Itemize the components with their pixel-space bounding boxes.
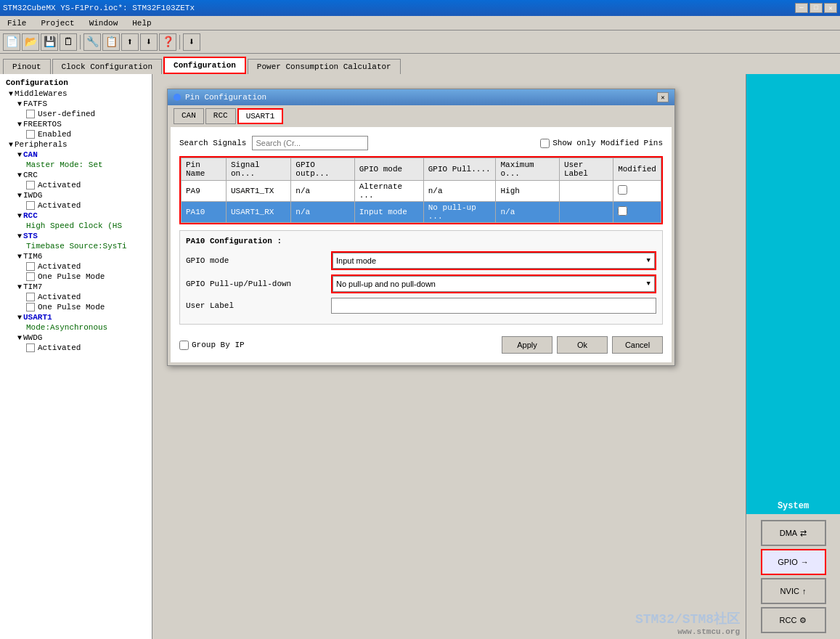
show-modified-checkbox[interactable]	[540, 139, 550, 148]
wwdg-activated-checkbox[interactable]	[26, 343, 35, 352]
gpio-pull-select[interactable]: No pull-up and no pull-down Pull-up Pull…	[333, 276, 655, 292]
tim7-opm-checkbox[interactable]	[26, 303, 35, 312]
fatfs-checkbox[interactable]	[26, 110, 35, 118]
rcc-sys-label: RCC	[780, 616, 797, 624]
close-button[interactable]: ✕	[824, 3, 837, 13]
can-mode-label: Master Mode: Set	[26, 160, 103, 169]
tab-clock-configuration[interactable]: Clock Configuration	[52, 59, 162, 74]
gpio-mode-select-wrapper: Input mode Output mode Alternate functio…	[331, 251, 656, 270]
gpio-pull-row: GPIO Pull-up/Pull-down No pull-up and no…	[186, 274, 656, 293]
sidebar: Configuration ▼ MiddleWares ▼ FATFS User…	[0, 74, 152, 639]
sidebar-item-tim6-opm[interactable]: One Pulse Mode	[0, 272, 152, 282]
search-input[interactable]	[252, 136, 368, 150]
sidebar-item-tim7[interactable]: ▼ TIM7	[0, 282, 152, 292]
iwdg-checkbox[interactable]	[26, 201, 35, 210]
menu-project[interactable]: Project	[36, 17, 78, 29]
toolbar-btn6[interactable]: 📋	[102, 33, 120, 51]
gpio-mode-label: GPIO mode	[186, 256, 331, 265]
toolbar-new[interactable]: 📄	[3, 33, 20, 51]
dma-label: DMA	[780, 529, 797, 537]
crc-checkbox[interactable]	[26, 181, 35, 190]
tab-pinout[interactable]: Pinout	[3, 59, 51, 74]
sidebar-item-wwdg-activated[interactable]: Activated	[0, 343, 152, 353]
cell-mod-pa10	[613, 202, 661, 223]
sidebar-item-sts[interactable]: ▼ STS	[0, 231, 152, 241]
minimize-button[interactable]: ─	[795, 3, 808, 13]
sidebar-item-freertos[interactable]: ▼ FREERTOS	[0, 119, 152, 129]
tab-configuration[interactable]: Configuration	[163, 57, 246, 74]
table-row[interactable]: PA10 USART1_RX n/a Input mode No pull-up…	[182, 202, 661, 223]
sidebar-item-iwdg-activated[interactable]: Activated	[0, 200, 152, 211]
table-header-row: Pin Name Signal on... GPIO outp... GPIO …	[182, 158, 661, 181]
gpio-mode-control: Input mode Output mode Alternate functio…	[331, 251, 656, 270]
sidebar-item-tim7-activated[interactable]: Activated	[0, 292, 152, 302]
dma-button[interactable]: DMA ⇄	[761, 520, 826, 546]
tab-power-consumption[interactable]: Power Consumption Calculator	[248, 59, 401, 74]
tim6-opm-checkbox[interactable]	[26, 272, 35, 281]
toolbar-btn5[interactable]: 🔧	[83, 33, 101, 51]
group-by-ip-checkbox[interactable]	[179, 341, 189, 350]
gpio-icon: →	[801, 558, 809, 566]
sidebar-item-tim7-opm[interactable]: One Pulse Mode	[0, 302, 152, 312]
toolbar-btn8[interactable]: ⬇	[140, 33, 158, 51]
sidebar-item-tim6[interactable]: ▼ TIM6	[0, 251, 152, 261]
title-bar: STM32CubeMX YS-F1Pro.ioc*: STM32F103ZETx…	[0, 0, 840, 16]
maximize-button[interactable]: □	[810, 3, 823, 13]
tim6-opm-label: One Pulse Mode	[38, 272, 105, 281]
menu-file[interactable]: File	[3, 17, 30, 29]
toolbar-btn10[interactable]: ⬇	[183, 33, 200, 51]
toolbar-save[interactable]: 💾	[41, 33, 58, 51]
sidebar-item-iwdg[interactable]: ▼ IWDG	[0, 190, 152, 200]
toolbar-btn9[interactable]: ❓	[159, 33, 176, 51]
cell-mod-pa9	[613, 181, 661, 202]
menu-window[interactable]: Window	[85, 17, 123, 29]
search-section: Search Signals	[179, 136, 368, 150]
user-label-input[interactable]	[331, 298, 656, 314]
sidebar-item-wwdg[interactable]: ▼ WWDG	[0, 333, 152, 343]
modal-tab-usart1[interactable]: USART1	[237, 108, 284, 124]
table-row[interactable]: PA9 USART1_TX n/a Alternate ... n/a High	[182, 181, 661, 202]
sidebar-item-peripherals[interactable]: ▼ Peripherals	[0, 139, 152, 150]
modal-close-button[interactable]: ✕	[657, 92, 669, 102]
tim6-activated-checkbox[interactable]	[26, 262, 35, 271]
sidebar-item-can[interactable]: ▼ CAN	[0, 150, 152, 160]
modal-title-bar: Pin Configuration ✕	[168, 89, 674, 105]
gpio-button[interactable]: GPIO →	[761, 549, 826, 575]
fatfs-label: FATFS	[23, 99, 47, 108]
menu-help[interactable]: Help	[128, 17, 155, 29]
modified-pa9-checkbox[interactable]	[618, 185, 627, 195]
toolbar-save2[interactable]: 🗒	[60, 33, 77, 51]
modal-tab-rcc[interactable]: RCC	[205, 108, 236, 124]
main-tab-bar: Pinout Clock Configuration Configuration…	[0, 54, 840, 74]
sidebar-item-usart1[interactable]: ▼ USART1	[0, 312, 152, 322]
nvic-button[interactable]: NVIC ↑	[761, 578, 826, 604]
apply-button[interactable]: Apply	[502, 336, 552, 354]
freertos-checkbox[interactable]	[26, 130, 35, 139]
sidebar-item-tim6-activated[interactable]: Activated	[0, 261, 152, 272]
sidebar-item-crc[interactable]: ▼ CRC	[0, 170, 152, 180]
show-modified-row: Show only Modified Pins	[540, 139, 663, 148]
sidebar-item-middlewares[interactable]: ▼ MiddleWares	[0, 89, 152, 99]
search-row: Search Signals Show only Modified Pins	[179, 136, 663, 150]
sidebar-item-rcc[interactable]: ▼ RCC	[0, 211, 152, 221]
tim7-activated-label: Activated	[38, 293, 81, 301]
modal-tab-can[interactable]: CAN	[174, 108, 204, 124]
gpio-pull-label: GPIO Pull-up/Pull-down	[186, 280, 331, 288]
ok-button[interactable]: Ok	[557, 336, 608, 354]
menu-bar: File Project Window Help	[0, 16, 840, 30]
cancel-button[interactable]: Cancel	[612, 336, 663, 354]
sidebar-item-fatfs[interactable]: ▼ FATFS	[0, 99, 152, 109]
toolbar-btn7[interactable]: ⬆	[121, 33, 139, 51]
tim7-activated-checkbox[interactable]	[26, 293, 35, 301]
sidebar-scroll[interactable]: Configuration ▼ MiddleWares ▼ FATFS User…	[0, 77, 152, 636]
gpio-mode-select[interactable]: Input mode Output mode Alternate functio…	[333, 253, 655, 269]
toolbar: 📄 📂 💾 🗒 🔧 📋 ⬆ ⬇ ❓ ⬇	[0, 30, 840, 54]
sidebar-item-freertos-enabled[interactable]: Enabled	[0, 129, 152, 139]
cell-max-pa10: n/a	[496, 202, 559, 223]
toolbar-open[interactable]: 📂	[22, 33, 39, 51]
modified-pa10-checkbox[interactable]	[618, 206, 627, 216]
sidebar-item-fatfs-userdefined[interactable]: User-defined	[0, 109, 152, 119]
sidebar-item-crc-activated[interactable]: Activated	[0, 180, 152, 190]
rcc-sys-button[interactable]: RCC ⚙	[761, 607, 826, 633]
group-by-ip-row: Group By IP	[179, 341, 245, 350]
